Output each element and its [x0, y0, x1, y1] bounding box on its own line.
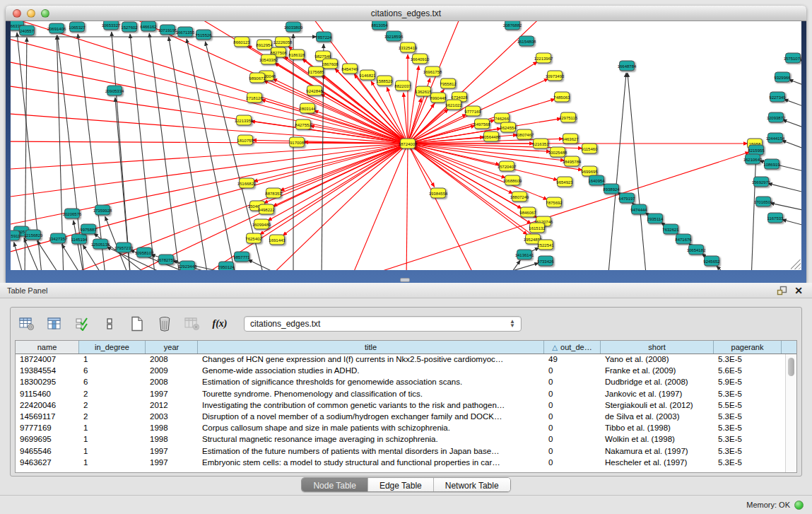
table-cell[interactable]: 1	[79, 354, 146, 366]
graph-node[interactable]: 10688609	[505, 175, 520, 186]
table-cell[interactable]: Stergiakouli et al. (2012)	[601, 400, 714, 411]
show-columns-button[interactable]	[45, 315, 64, 333]
graph-node[interactable]: 1167533	[767, 213, 783, 223]
graph-node[interactable]: 9115460	[582, 144, 597, 154]
graph-node[interactable]: 16099489	[254, 219, 269, 230]
graph-node[interactable]: 1810755	[237, 135, 253, 146]
table-cell[interactable]: 9115460	[16, 389, 79, 400]
graph-node[interactable]: 9498222	[259, 204, 274, 215]
graph-node[interactable]: 9733426	[538, 256, 553, 267]
table-cell[interactable]: 9699695	[16, 434, 79, 445]
table-cell[interactable]: 22420046	[16, 400, 79, 411]
graph-node[interactable]: 20691406	[49, 23, 64, 34]
graph-node[interactable]: 1691443	[269, 235, 285, 245]
table-cell[interactable]: 5.3E-5	[714, 434, 782, 445]
tab-edge-table[interactable]: Edge Table	[368, 478, 434, 491]
graph-node[interactable]: 16210643	[745, 154, 760, 165]
float-panel-button[interactable]	[775, 285, 788, 296]
table-cell[interactable]: 5.3E-5	[714, 354, 782, 366]
table-cell[interactable]: 9465546	[16, 446, 79, 457]
table-cell[interactable]: Dudbridge et al. (2008)	[601, 377, 714, 388]
table-cell[interactable]: 6	[79, 366, 146, 377]
graph-node[interactable]: 12156829	[25, 230, 41, 240]
table-cell[interactable]: 6	[79, 377, 146, 388]
table-cell[interactable]: 9777169	[16, 423, 79, 434]
column-header-title[interactable]: title	[198, 341, 544, 354]
graph-node[interactable]: 1065327	[69, 22, 85, 33]
graph-node[interactable]: 3915911	[11, 230, 20, 241]
table-cell[interactable]: Franke et al. (2009)	[601, 366, 714, 377]
splitter-handle[interactable]	[400, 278, 410, 282]
graph-node[interactable]: 240557	[19, 25, 35, 36]
graph-node[interactable]: 10807467	[517, 129, 532, 140]
delete-table-button[interactable]	[183, 315, 201, 333]
table-cell[interactable]: 18724007	[16, 354, 79, 366]
graph-node[interactable]: 7955812	[440, 78, 456, 89]
table-cell[interactable]: 0	[544, 434, 601, 445]
table-cell[interactable]: Corpus callosum shape and size in male p…	[198, 423, 544, 434]
table-cell[interactable]: 2008	[146, 377, 198, 388]
select-all-button[interactable]	[73, 315, 91, 333]
graph-node[interactable]: 13325419	[400, 42, 416, 53]
graph-node[interactable]: 9463627	[563, 134, 578, 144]
table-cell[interactable]: Estimation of the future numbers of pati…	[198, 446, 544, 457]
graph-node[interactable]: 3624554	[500, 122, 516, 133]
graph-node[interactable]: 10025488	[550, 147, 565, 158]
graph-node[interactable]: 8912954	[257, 40, 272, 50]
table-cell[interactable]: Tourette syndrome. Phenomenology and cla…	[198, 389, 544, 400]
graph-node[interactable]: 17016504	[755, 197, 771, 207]
column-header-year[interactable]: year	[146, 341, 198, 354]
graph-node[interactable]: 9329966	[775, 72, 790, 83]
graph-node[interactable]: 10543382	[261, 54, 276, 65]
graph-node[interactable]: 1640954	[589, 175, 604, 186]
table-cell[interactable]: 0	[544, 389, 601, 400]
graph-node[interactable]: 8938924	[604, 184, 619, 194]
graph-node[interactable]: 16961758	[425, 66, 440, 77]
graph-hub-node[interactable]: 18724007	[400, 139, 416, 149]
table-cell[interactable]: 5.3E-5	[714, 411, 782, 423]
graph-node[interactable]: 2867608	[322, 59, 338, 69]
table-row[interactable]: 911546021997Tourette syndrome. Phenomeno…	[16, 389, 785, 400]
graph-node[interactable]: 8813054	[372, 21, 387, 30]
graph-node[interactable]: 1527602	[122, 22, 137, 33]
tab-node-table[interactable]: Node Table	[302, 478, 368, 491]
graph-node[interactable]: 16671355	[177, 27, 193, 37]
close-panel-button[interactable]: ✕	[792, 285, 805, 296]
network-canvas[interactable]: 1872400786601238912954122260588827508818…	[11, 21, 801, 270]
table-cell[interactable]: 1997	[146, 457, 198, 469]
table-cell[interactable]: Wolkin et al. (1998)	[601, 434, 714, 445]
table-cell[interactable]: 5.3E-5	[714, 446, 782, 457]
table-cell[interactable]: 2003	[146, 411, 198, 423]
graph-node[interactable]: 12213359	[236, 115, 252, 126]
graph-node[interactable]: 12093872	[768, 112, 784, 123]
graph-node[interactable]: 12923448	[180, 261, 195, 271]
graph-node[interactable]: 7857224	[316, 32, 331, 42]
graph-node[interactable]: 8878353	[266, 188, 281, 199]
column-header-pagerank[interactable]: pagerank	[714, 341, 782, 354]
clear-selection-button[interactable]	[100, 315, 119, 333]
graph-node[interactable]: 9621022	[446, 100, 461, 110]
graph-node[interactable]: 9146821	[360, 70, 375, 81]
graph-node[interactable]: 17359928	[95, 205, 110, 216]
graph-node[interactable]: 10973493	[547, 71, 563, 81]
table-cell[interactable]: Jankovic et al. (1997)	[601, 389, 714, 400]
graph-node[interactable]: 10653327	[103, 21, 119, 30]
table-cell[interactable]: Changes of HCN gene expression and I(f) …	[198, 354, 544, 366]
column-header-out_de[interactable]: △out_de…	[544, 341, 601, 354]
table-cell[interactable]: 1997	[146, 389, 198, 400]
graph-node[interactable]: 16033809	[286, 22, 301, 33]
scrollbar-thumb[interactable]	[788, 358, 794, 376]
table-selector-dropdown[interactable]: citations_edges.txt ▲▼	[244, 316, 522, 332]
graph-node[interactable]: 8454749	[342, 64, 358, 74]
table-cell[interactable]: Investigating the contribution of common…	[198, 400, 544, 411]
graph-node[interactable]: 12226058	[275, 37, 290, 47]
graph-node[interactable]: 18495784	[564, 156, 579, 167]
table-cell[interactable]: Disruption of a novel member of a sodium…	[198, 411, 544, 423]
table-cell[interactable]: 1998	[146, 423, 198, 434]
graph-node[interactable]: 9846067	[520, 207, 536, 218]
graph-node[interactable]: 12975115	[560, 112, 576, 123]
graph-node[interactable]: 18807249	[512, 192, 527, 202]
table-cell[interactable]: 0	[544, 377, 601, 388]
graph-node[interactable]: 917008	[289, 137, 305, 148]
table-cell[interactable]: 1	[79, 446, 146, 457]
